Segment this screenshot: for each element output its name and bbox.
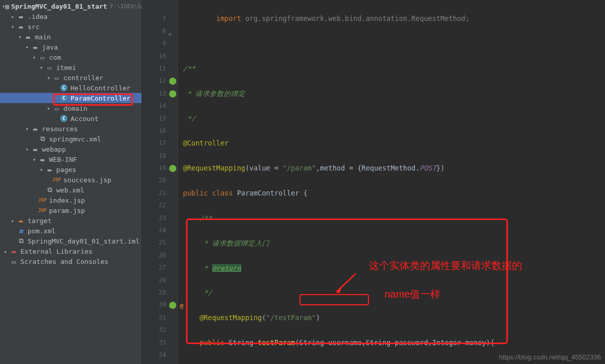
tree-item-webinf[interactable]: ▾▬WEB-INF bbox=[0, 154, 142, 164]
tree-item-external-libs[interactable]: ▸▬External Libraries bbox=[0, 246, 142, 256]
chevron-down-icon: ▾ bbox=[9, 24, 16, 30]
web-folder-icon: ▬ bbox=[31, 145, 40, 153]
project-root[interactable]: ▾ ▦ SpringMVC_day01_01_start F:\IDEA\Spr… bbox=[0, 1, 142, 11]
line-number: 7 bbox=[142, 12, 177, 25]
line-number: 31 bbox=[142, 311, 177, 324]
target-folder-icon: ▬ bbox=[16, 216, 26, 225]
line-number: 9 bbox=[142, 37, 177, 50]
tree-label: Scratches and Consoles bbox=[20, 258, 108, 265]
tree-item-param-controller[interactable]: CParamController bbox=[0, 93, 142, 103]
line-number: 21 bbox=[142, 187, 177, 199]
spring-bean-icon[interactable] bbox=[168, 77, 176, 85]
tree-item-java[interactable]: ▾▬java bbox=[0, 42, 142, 52]
tree-item-src[interactable]: ▾▬src bbox=[0, 21, 142, 32]
tree-item-itmei[interactable]: ▾▭itmei bbox=[0, 62, 142, 72]
project-root-path: F:\IDEA\Spring\S bbox=[110, 3, 142, 10]
tree-item-idea[interactable]: ▸▬.idea bbox=[0, 11, 142, 21]
folder-icon: ▬ bbox=[16, 22, 26, 31]
line-number: 11 bbox=[142, 62, 177, 75]
package-icon: ▭ bbox=[45, 63, 54, 71]
line-number: 26 bbox=[142, 249, 177, 261]
spring-at-icon[interactable]: @ bbox=[168, 301, 176, 309]
tree-label: springmvc.xml bbox=[49, 135, 101, 143]
tree-item-web-xml[interactable]: ⧉web.xml bbox=[0, 185, 142, 195]
tree-label: domain bbox=[63, 105, 87, 112]
code-area[interactable]: import org.springframework.web.bind.anno… bbox=[178, 0, 605, 364]
line-number: 25 bbox=[142, 236, 177, 249]
tree-item-iml[interactable]: ⧉SpringMVC_day01_01_start.iml bbox=[0, 236, 142, 246]
chevron-down-icon: ▾ bbox=[38, 65, 45, 70]
line-number: 14 bbox=[142, 100, 177, 112]
code-line: import org.springframework.web.bind.anno… bbox=[183, 12, 605, 25]
tree-item-souccess-jsp[interactable]: JSPsouccess.jsp bbox=[0, 175, 142, 185]
chevron-down-icon: ▾ bbox=[16, 34, 24, 40]
editor-gutter[interactable]: 7 8⊟ 9 10 11 12 13 14 15 16 17 18 19 20 … bbox=[142, 0, 178, 364]
line-number: 20 bbox=[142, 174, 177, 186]
chevron-down-icon: ▾ bbox=[24, 126, 31, 132]
tree-label: main bbox=[35, 33, 51, 41]
tree-item-resources[interactable]: ▾▬resources bbox=[0, 124, 142, 134]
tree-item-pages[interactable]: ▾▬pages bbox=[0, 164, 142, 175]
chevron-down-icon: ▾ bbox=[45, 75, 52, 81]
spring-bean-icon[interactable] bbox=[168, 164, 176, 172]
tree-label: webapp bbox=[42, 145, 66, 153]
library-icon: ▬ bbox=[9, 247, 18, 255]
code-line: @Controller bbox=[183, 137, 605, 149]
project-icon: ▦ bbox=[5, 2, 9, 10]
tree-label: web.xml bbox=[56, 186, 84, 194]
package-icon: ▭ bbox=[52, 104, 61, 112]
line-number: 15 bbox=[142, 112, 177, 125]
chevron-down-icon: ▾ bbox=[24, 147, 31, 152]
package-icon: ▭ bbox=[52, 74, 61, 82]
jsp-icon: JSP bbox=[52, 176, 61, 184]
line-number: 10 bbox=[142, 50, 177, 62]
tree-label: index.jsp bbox=[49, 197, 85, 204]
tree-label: pages bbox=[56, 166, 76, 174]
line-number: 30@ bbox=[142, 299, 177, 311]
tree-item-index-jsp[interactable]: JSPindex.jsp bbox=[0, 195, 142, 205]
tree-label: resources bbox=[42, 125, 78, 133]
line-number: 23 bbox=[142, 212, 177, 224]
line-number: 22 bbox=[142, 199, 177, 211]
source-folder-icon: ▬ bbox=[31, 43, 40, 51]
tree-label: com bbox=[49, 54, 61, 61]
code-line: System.out.println("被执行了"); bbox=[183, 361, 605, 364]
code-line: /** bbox=[183, 212, 605, 224]
annotation-text: 这个实体类的属性要和请求数据的 name值一样 bbox=[346, 244, 522, 316]
xml-icon: ⧉ bbox=[45, 186, 54, 194]
watermark-text: https://blog.csdn.net/qq_45502336 bbox=[499, 353, 601, 361]
code-line: */ bbox=[183, 112, 605, 125]
tree-item-pom-xml[interactable]: mpom.xml bbox=[0, 226, 142, 236]
tree-item-controller[interactable]: ▾▭controller bbox=[0, 72, 142, 83]
tree-item-param-jsp[interactable]: JSPparam.jsp bbox=[0, 205, 142, 215]
line-number: 19 bbox=[142, 162, 177, 174]
tree-item-com[interactable]: ▾▭com bbox=[0, 52, 142, 62]
chevron-down-icon: ▾ bbox=[24, 44, 31, 50]
class-icon: C bbox=[59, 84, 68, 92]
tree-item-domain[interactable]: ▾▭domain bbox=[0, 103, 142, 113]
project-tree[interactable]: ▾ ▦ SpringMVC_day01_01_start F:\IDEA\Spr… bbox=[0, 0, 142, 364]
tree-label: pom.xml bbox=[28, 227, 56, 235]
tree-item-hello-controller[interactable]: CHelloController bbox=[0, 83, 142, 93]
spring-bean-icon[interactable] bbox=[168, 89, 176, 98]
line-number: 27 bbox=[142, 261, 177, 274]
jsp-icon: JSP bbox=[38, 206, 47, 214]
tree-item-target[interactable]: ▸▬target bbox=[0, 215, 142, 226]
code-editor[interactable]: 7 8⊟ 9 10 11 12 13 14 15 16 17 18 19 20 … bbox=[142, 0, 605, 364]
code-line: * @return bbox=[183, 262, 605, 274]
line-number: 13 bbox=[142, 87, 177, 100]
line-number: 17 bbox=[142, 137, 177, 149]
code-line: public String testParam(String username,… bbox=[183, 336, 605, 349]
tree-label: HelloController bbox=[71, 84, 130, 92]
line-number: 34 bbox=[142, 349, 177, 361]
tree-item-main[interactable]: ▾▬main bbox=[0, 32, 142, 42]
tree-item-account[interactable]: CAccount bbox=[0, 113, 142, 124]
iml-icon: ⧉ bbox=[16, 237, 26, 245]
code-line: public class ParamController { bbox=[183, 187, 605, 199]
scratch-icon: ▭ bbox=[9, 257, 18, 265]
tree-label: ParamController bbox=[71, 94, 130, 102]
tree-item-springmvc-xml[interactable]: ⧉springmvc.xml bbox=[0, 134, 142, 144]
code-line: */ bbox=[183, 286, 605, 299]
tree-item-scratches[interactable]: ▭Scratches and Consoles bbox=[0, 256, 142, 266]
tree-item-webapp[interactable]: ▾▬webapp bbox=[0, 144, 142, 154]
